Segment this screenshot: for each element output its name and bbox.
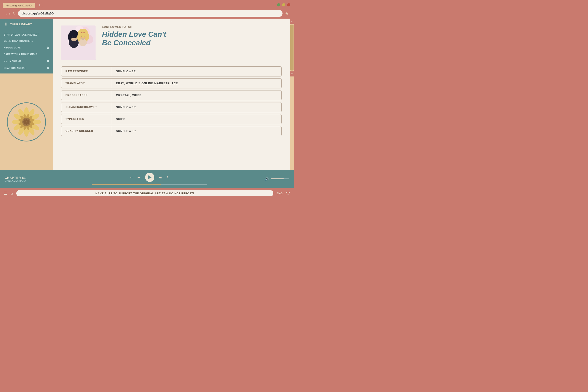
window-controls — [277, 3, 290, 6]
credits-section: RAW PROVIDER SUNFLOWER TRANSLATOR EBAY, … — [61, 66, 282, 136]
svg-point-44 — [84, 32, 89, 41]
bookmark-icon: ✿ — [47, 66, 50, 70]
player-bar: CHAPTER 81 MANGADEX/BATO ⇄ ⏮ ⏭ ↻ 🔊 — [0, 170, 294, 188]
credits-row-raw: RAW PROVIDER SUNFLOWER — [61, 66, 282, 76]
next-button[interactable]: ⏭ — [159, 176, 162, 179]
chapter-source: MANGADEX/BATO — [4, 180, 34, 182]
credit-label-quality: QUALITY CHECKER — [61, 126, 112, 136]
active-tab[interactable]: discord.gg/erG2zffq5G — [3, 3, 35, 8]
sidebar-title: YOUR LIBRARY — [10, 23, 32, 26]
credit-value-typesetter: SKIES — [112, 114, 130, 124]
manga-title-line1: Hidden Love Can't — [102, 30, 166, 38]
shuffle-button[interactable]: ⇄ — [130, 176, 133, 179]
maximize-button[interactable] — [282, 3, 285, 6]
play-button[interactable] — [145, 173, 154, 182]
sidebar-item-dear-dreamers[interactable]: DEAR DREAMERS ✿ — [0, 64, 53, 72]
credits-row-typesetter: TYPESETTER SKIES — [61, 114, 282, 124]
scroll-down-button[interactable]: ▼ — [290, 72, 294, 76]
volume-bar[interactable] — [271, 178, 290, 179]
play-icon — [148, 176, 152, 179]
sidebar-item-label: HIDDEN LOVE — [4, 46, 21, 49]
sidebar-item-get-married[interactable]: GET MARRIED ✿ — [0, 58, 53, 64]
svg-point-52 — [288, 194, 288, 195]
svg-point-48 — [81, 36, 82, 36]
close-button[interactable] — [287, 3, 290, 6]
svg-point-47 — [74, 36, 75, 38]
credits-row-translator: TRANSLATOR EBAY, WORLD'S ONLINE MARKETPL… — [61, 78, 282, 88]
sidebar-nav: STAR DREAM IDOL PROJECT MORE THAN BROTHE… — [0, 30, 53, 74]
sidebar-header: ⏸ YOUR LIBRARY — [0, 18, 53, 30]
svg-point-51 — [84, 37, 86, 38]
bookmark-icon: ✿ — [47, 46, 50, 49]
language-label: ENG — [276, 192, 282, 195]
wifi-icon — [286, 191, 290, 196]
credits-row-cleaner: CLEANER/REDRAWER SUNFLOWER — [61, 102, 282, 112]
sidebar-item-carp[interactable]: CARP WITH A THOUSAND E... — [0, 51, 53, 58]
controls-row: ⇄ ⏮ ⏭ ↻ — [130, 173, 170, 182]
tab-label: discord.gg/erG2zffq5G — [6, 4, 32, 7]
status-right: ENG — [276, 191, 290, 196]
address-bar[interactable] — [18, 10, 282, 17]
sidebar-item-label: DEAR DREAMERS — [4, 67, 26, 69]
scroll-up-button[interactable]: ▲ — [290, 18, 294, 24]
scroll-thumb[interactable] — [290, 24, 294, 70]
manga-header: SUNFLOWER PATCH Hidden Love Can't Be Con… — [61, 26, 282, 60]
manga-title-line2: Be Concealed — [102, 38, 151, 47]
sidebar-logo-area — [0, 74, 53, 170]
search-icon[interactable]: ⌕ — [10, 191, 13, 196]
reload-button[interactable]: ↻ — [13, 11, 16, 16]
previous-button[interactable]: ⏮ — [137, 176, 140, 179]
credit-value-raw: SUNFLOWER — [112, 66, 140, 76]
svg-point-40 — [68, 33, 72, 41]
cover-illustration — [61, 26, 96, 60]
svg-point-50 — [80, 37, 82, 38]
chapter-title: CHAPTER 81 — [4, 176, 34, 180]
browser-window: discord.gg/erG2zffq5G + ‹ › ↻ ★ ⏸ — [0, 0, 294, 196]
credit-label-cleaner: CLEANER/REDRAWER — [61, 102, 112, 112]
manga-info: SUNFLOWER PATCH Hidden Love Can't Be Con… — [102, 26, 282, 60]
manga-cover — [61, 26, 96, 60]
sidebar-item-label: GET MARRIED — [4, 60, 21, 62]
credit-label-translator: TRANSLATOR — [61, 78, 112, 88]
sidebar-item-more-than-brothers[interactable]: MORE THAN BROTHERS — [0, 38, 53, 44]
manga-title: Hidden Love Can't Be Concealed — [102, 30, 282, 47]
sunflower-logo — [7, 102, 46, 142]
volume-icon: 🔊 — [265, 177, 269, 181]
scanlation-group: SUNFLOWER PATCH — [102, 26, 282, 28]
main-content: SUNFLOWER PATCH Hidden Love Can't Be Con… — [53, 18, 290, 170]
bookmark-star[interactable]: ★ — [285, 11, 288, 16]
forward-button[interactable]: › — [9, 12, 10, 16]
minimize-button[interactable] — [277, 3, 280, 6]
browser-chrome: discord.gg/erG2zffq5G + ‹ › ↻ ★ — [0, 0, 294, 18]
svg-point-49 — [84, 36, 84, 36]
sidebar-item-hidden-love[interactable]: HIDDEN LOVE ✿ — [0, 44, 53, 51]
back-button[interactable]: ‹ — [6, 12, 7, 16]
chapter-info: CHAPTER 81 MANGADEX/BATO — [4, 176, 34, 182]
status-bar: ☰ ⌕ MAKE SURE TO SUPPORT THE ORIGINAL AR… — [0, 188, 294, 196]
sidebar-item-label: MORE THAN BROTHERS — [4, 40, 33, 42]
svg-point-46 — [72, 36, 73, 38]
repeat-button[interactable]: ↻ — [167, 176, 170, 179]
sunflower-svg — [12, 107, 41, 137]
tab-bar: discord.gg/erG2zffq5G + — [3, 2, 291, 8]
credit-label-typesetter: TYPESETTER — [61, 114, 112, 124]
new-tab-button[interactable]: + — [36, 2, 43, 8]
progress-bar[interactable] — [92, 184, 207, 185]
credits-row-proofreader: PROOFREADER CRYSTAL, WHEE — [61, 90, 282, 100]
sidebar-item-star-dream[interactable]: STAR DREAM IDOL PROJECT — [0, 32, 53, 38]
credit-label-raw: RAW PROVIDER — [61, 66, 112, 76]
credits-row-quality: QUALITY CHECKER SUNFLOWER — [61, 126, 282, 136]
progress-fill — [92, 184, 161, 185]
address-row: ‹ › ↻ ★ — [3, 8, 291, 18]
credit-label-proofreader: PROOFREADER — [61, 90, 112, 100]
sidebar: ⏸ YOUR LIBRARY STAR DREAM IDOL PROJECT M… — [0, 18, 53, 170]
hamburger-menu-icon[interactable]: ☰ — [4, 191, 7, 196]
credit-value-proofreader: CRYSTAL, WHEE — [112, 90, 146, 100]
bookmark-icon: ✿ — [47, 59, 50, 63]
player-controls: ⇄ ⏮ ⏭ ↻ — [38, 173, 261, 185]
status-message: MAKE SURE TO SUPPORT THE ORIGINAL ARTIST… — [16, 190, 273, 196]
credit-value-translator: EBAY, WORLD'S ONLINE MARKETPLACE — [112, 78, 182, 88]
volume-fill — [271, 178, 284, 179]
manga-cover-art — [61, 26, 96, 60]
scrollbar: ▲ ▼ — [290, 18, 294, 170]
